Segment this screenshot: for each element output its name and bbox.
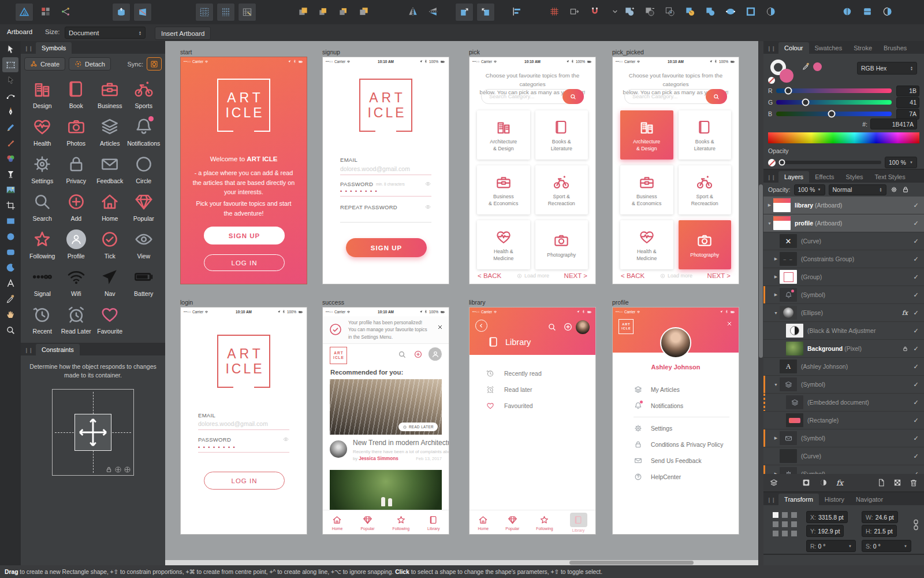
move-whole-pixels-icon[interactable] (566, 3, 583, 20)
constrain-move-icon[interactable] (124, 466, 131, 473)
artboard-signup[interactable]: signup •••○○Carrier10:10 AM100% ARTICLE … (322, 49, 449, 284)
detach-symbol-button[interactable]: Detach (69, 57, 111, 71)
layer-row[interactable]: ▼(Symbol)✓ (763, 376, 924, 394)
visibility-checkbox[interactable]: ✓ (911, 220, 921, 227)
expand-down-icon[interactable]: ▼ (766, 221, 773, 225)
slider-thumb[interactable] (779, 160, 785, 166)
artboard-label[interactable]: signup (322, 49, 449, 56)
lock-icon[interactable] (901, 186, 910, 194)
view-clip-icon[interactable] (859, 3, 876, 20)
layer-row[interactable]: ▶library (Artboard)✓ (763, 197, 924, 214)
layer-row[interactable]: ▶‒ ‒(Constraints Group)✓ (763, 250, 924, 268)
convert-to-curves-icon[interactable] (722, 3, 739, 20)
layer-row[interactable]: (Black & White Adjustmer✓ (763, 322, 924, 340)
red-slider[interactable]: R 1B (768, 86, 919, 95)
artboard-library[interactable]: library •••○○Carrier Library Recently re… (469, 299, 596, 535)
fx-badge[interactable]: fx (902, 309, 908, 317)
eyedropper-tool[interactable] (2, 291, 18, 306)
artboard-start[interactable]: start •••○○Carrier ARTICLE Welcome to AR… (180, 49, 307, 284)
grid-columns-icon[interactable] (217, 3, 235, 21)
symbol-settings[interactable]: Settings (25, 150, 59, 186)
layer-row[interactable]: ▶(Symbol)✓ (763, 465, 924, 474)
expand-down-icon[interactable]: ▼ (772, 383, 780, 387)
perspective-tool-icon[interactable] (133, 3, 152, 21)
layer-row[interactable]: (Embedded document)✓ (763, 394, 924, 412)
symbol-nav[interactable]: Nav (93, 263, 127, 298)
y-field[interactable]: Y:192.9 pt (806, 525, 844, 537)
visibility-checkbox[interactable]: ✓ (911, 470, 921, 475)
insert-inside-icon[interactable] (476, 3, 495, 21)
visibility-checkbox[interactable]: ✓ (911, 202, 921, 209)
layer-settings-gear-icon[interactable] (890, 186, 898, 194)
symbol-wifi[interactable]: Wifi (59, 263, 94, 298)
visibility-checkbox[interactable]: ✓ (911, 345, 921, 353)
visibility-checkbox[interactable]: ✓ (911, 273, 921, 281)
expand-right-icon[interactable]: ▶ (772, 292, 780, 297)
boolean-subtract-icon[interactable] (641, 3, 658, 20)
rectangle-tool[interactable] (2, 213, 18, 228)
zoom-tool[interactable] (2, 323, 18, 338)
snapping-icon[interactable] (586, 3, 603, 20)
layer-row[interactable]: (Curve)✓ (763, 447, 924, 465)
symbol-articles[interactable]: Articles (93, 113, 127, 148)
visibility-checkbox[interactable]: ✓ (911, 363, 921, 370)
h-field[interactable]: H:21.5 pt (862, 525, 897, 537)
opacity-select[interactable]: 100 % ▼ (885, 157, 917, 168)
expand-right-icon[interactable]: ▶ (772, 436, 780, 440)
symbol-signal[interactable]: Signal (25, 263, 59, 298)
artboard-pick-picked[interactable]: pick_picked •••○○Carrier10:10 AM100% Cho… (612, 49, 739, 284)
scrollbar-thumb[interactable] (759, 184, 763, 358)
boolean-combine-icon[interactable] (702, 3, 719, 20)
tab-text-styles[interactable]: Text Styles (869, 171, 911, 183)
stroke-fill-selector[interactable] (770, 60, 797, 86)
panel-drag-handle[interactable]: ❙❙ (763, 497, 778, 505)
affinity-logo-icon[interactable] (15, 3, 33, 21)
tab-history[interactable]: History (819, 494, 850, 505)
flip-vertical-icon[interactable] (424, 3, 442, 20)
opacity-slider[interactable] (779, 161, 881, 164)
new-layer-icon[interactable] (877, 478, 886, 487)
visibility-checkbox[interactable]: ✓ (911, 453, 921, 460)
new-pattern-icon[interactable] (893, 478, 902, 487)
sync-toggle-button[interactable] (147, 57, 162, 71)
symbol-book[interactable]: Book (59, 75, 94, 110)
layer-row[interactable]: A(Ashley Johnson)✓ (763, 358, 924, 376)
symbol-home[interactable]: Home (93, 188, 127, 223)
symbol-recent[interactable]: Recent (25, 301, 59, 336)
size-select[interactable]: Document ▲▼ (65, 27, 146, 39)
visibility-checkbox[interactable]: ✓ (911, 309, 921, 317)
tab-brushes[interactable]: Brushes (878, 42, 912, 54)
expand-right-icon[interactable]: ▶ (772, 275, 780, 279)
slider-thumb[interactable] (785, 87, 792, 95)
lock-icon[interactable] (902, 346, 908, 352)
flip-horizontal-icon[interactable] (404, 3, 422, 20)
symbol-profile[interactable]: Profile (59, 225, 94, 261)
artboard-success[interactable]: success •••○○Carrier10:10 AM100% Your pr… (322, 299, 449, 535)
eyedropper-icon[interactable] (802, 62, 811, 71)
tab-colour[interactable]: Colour (778, 42, 808, 54)
picked-colour-swatch[interactable] (813, 62, 822, 71)
fx-icon[interactable]: fx (836, 479, 843, 487)
rotation-field[interactable]: R: 0 °▼ (806, 540, 856, 552)
colour-spectrum[interactable] (768, 132, 919, 143)
fill-mode-icon[interactable] (762, 3, 780, 20)
mask-icon[interactable] (802, 478, 811, 487)
tab-stroke[interactable]: Stroke (848, 42, 878, 54)
pencil-tool[interactable] (2, 120, 18, 135)
symbol-design[interactable]: Design (25, 75, 59, 110)
grid-dashed-icon[interactable] (195, 3, 214, 21)
anchor-point-grid[interactable] (773, 512, 797, 536)
layer-row[interactable]: ▼profile (Artboard)✓ (763, 214, 924, 232)
move-tool[interactable] (2, 42, 18, 57)
artboard-label[interactable]: pick (469, 49, 596, 56)
artboard-pick[interactable]: pick •••○○Carrier10:10 AM100% Choose you… (469, 49, 596, 284)
artboard-label[interactable]: login (180, 299, 307, 306)
artboard-label[interactable]: start (180, 49, 307, 56)
visibility-checkbox[interactable]: ✓ (911, 255, 921, 263)
colour-mode-select[interactable]: RGB Hex ▲▼ (857, 62, 917, 75)
scrollbar-thumb[interactable] (569, 561, 694, 565)
hand-tool[interactable] (2, 307, 18, 322)
shear-field[interactable]: S: 0 °▼ (862, 540, 911, 552)
constraints-diagram[interactable] (52, 389, 134, 476)
shape-tool[interactable] (2, 260, 18, 275)
